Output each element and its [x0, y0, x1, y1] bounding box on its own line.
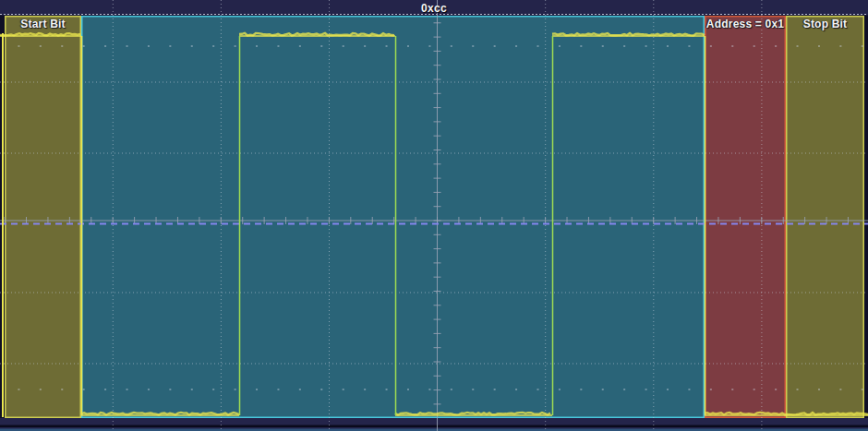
trace-noise	[552, 33, 705, 35]
bottom-separator-line	[0, 425, 868, 428]
scope-canvas	[0, 0, 868, 431]
decoded-byte-label: 0xcc	[0, 1, 868, 15]
oscilloscope-decode-display: 0xcc Start BitAddress = 0x1Stop Bit	[0, 0, 868, 431]
decode-region-stop-bit	[787, 17, 864, 418]
decode-region-address	[705, 17, 786, 418]
